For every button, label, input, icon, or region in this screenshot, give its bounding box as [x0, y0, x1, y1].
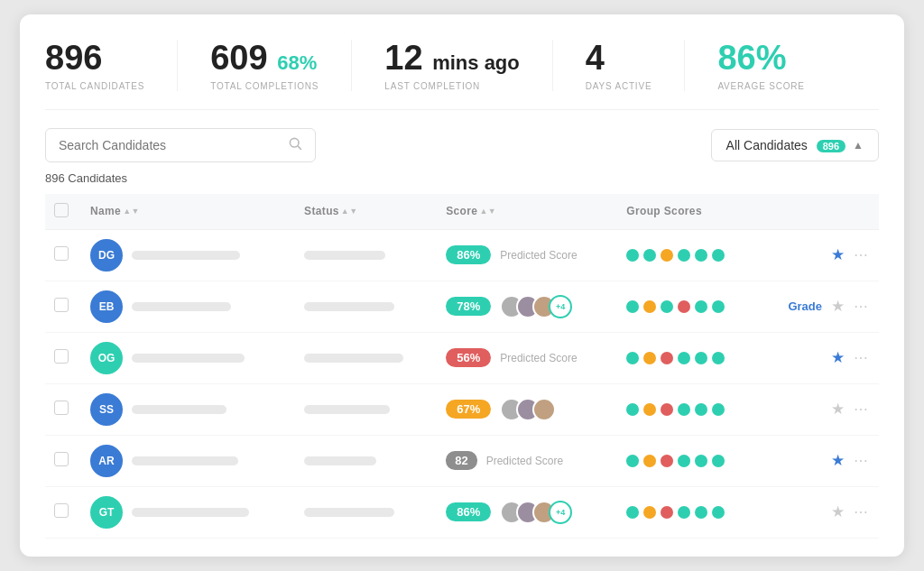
- main-card: 896 TOTAL CANDIDATES 609 68% TOTAL COMPL…: [20, 14, 904, 557]
- name-cell: GT: [90, 496, 286, 529]
- score-dot: [661, 249, 673, 262]
- avatar: AR: [90, 445, 123, 477]
- score-cell: 86%Predicted Score: [446, 245, 608, 264]
- group-score-dots: [626, 455, 749, 467]
- row-checkbox[interactable]: [54, 452, 69, 466]
- score-dot: [643, 506, 656, 519]
- score-badge: 86%: [446, 502, 491, 521]
- score-dot: [695, 455, 707, 467]
- row-checkbox[interactable]: [54, 246, 69, 261]
- score-dot: [643, 249, 656, 262]
- score-dot: [626, 403, 639, 416]
- more-options-icon[interactable]: ⋯: [854, 246, 870, 263]
- more-options-icon[interactable]: ⋯: [854, 452, 870, 469]
- avatar-group: +4: [500, 501, 572, 524]
- actions-cell: ★⋯: [767, 502, 870, 521]
- stat-last-completion: 12 mins ago LAST COMPLETION: [384, 40, 552, 91]
- score-dot: [643, 300, 656, 313]
- score-label: Predicted Score: [500, 249, 577, 262]
- sort-icon-status: ▲▼: [341, 207, 358, 216]
- stat-average-score: 86% AVERAGE SCORE: [717, 40, 836, 91]
- name-bar: [132, 251, 240, 260]
- score-badge: 82: [446, 451, 476, 470]
- star-icon[interactable]: ★: [831, 348, 845, 367]
- name-bar: [132, 508, 249, 517]
- svg-line-1: [298, 146, 301, 150]
- stats-row: 896 TOTAL CANDIDATES 609 68% TOTAL COMPL…: [45, 40, 879, 110]
- grade-link[interactable]: Grade: [788, 299, 822, 313]
- row-checkbox[interactable]: [54, 349, 69, 364]
- chevron-up-icon: ▲: [853, 139, 864, 152]
- score-dot: [712, 403, 725, 416]
- score-dot: [678, 352, 690, 364]
- score-badge: 67%: [446, 400, 491, 419]
- header-score[interactable]: Score ▲▼: [437, 194, 617, 230]
- actions-cell: ★⋯: [767, 245, 870, 264]
- score-badge: 86%: [446, 245, 491, 264]
- score-dot: [626, 352, 639, 364]
- row-checkbox[interactable]: [54, 401, 69, 415]
- avatar: GT: [90, 496, 123, 529]
- filter-dropdown[interactable]: All Candidates 896 ▲: [711, 129, 879, 161]
- group-score-dots: [626, 352, 749, 364]
- name-cell: OG: [90, 342, 286, 374]
- stat-label-total-completions: TOTAL COMPLETIONS: [210, 81, 319, 91]
- group-score-dots: [626, 403, 749, 416]
- search-input[interactable]: [59, 138, 281, 152]
- table-row: GT 86%+4★⋯: [45, 486, 879, 538]
- stat-number-average-score: 86%: [717, 40, 804, 78]
- filter-label: All Candidates 896: [726, 138, 846, 152]
- search-icon: [288, 136, 302, 154]
- star-icon[interactable]: ★: [831, 502, 845, 521]
- header-checkbox-cell: [45, 194, 81, 230]
- name-bar: [132, 354, 245, 363]
- avatar: EB: [90, 290, 123, 323]
- score-dot: [626, 300, 639, 313]
- actions-cell: ★⋯: [767, 400, 870, 419]
- score-label: Predicted Score: [486, 455, 563, 467]
- score-dot: [678, 403, 690, 416]
- status-bar: [304, 508, 394, 517]
- stat-total-candidates: 896 TOTAL CANDIDATES: [45, 40, 178, 91]
- score-dot: [712, 249, 725, 262]
- score-dot: [661, 403, 673, 416]
- search-box[interactable]: [45, 128, 316, 162]
- stat-number-last-completion: 12 mins ago: [384, 40, 519, 78]
- score-badge: 78%: [446, 297, 491, 316]
- score-label: Predicted Score: [500, 352, 577, 364]
- star-icon[interactable]: ★: [831, 451, 845, 470]
- actions-cell: ★⋯: [767, 348, 870, 367]
- more-options-icon[interactable]: ⋯: [854, 401, 870, 418]
- select-all-checkbox[interactable]: [54, 203, 69, 217]
- score-dot: [678, 506, 690, 519]
- score-dot: [678, 249, 690, 262]
- header-name[interactable]: Name ▲▼: [81, 194, 295, 230]
- score-cell: 78%+4: [446, 295, 608, 318]
- table-row: AR 82Predicted Score★⋯: [45, 435, 879, 486]
- avatar-plus: +4: [549, 501, 572, 524]
- star-icon[interactable]: ★: [831, 400, 845, 419]
- candidate-count: 896 Candidates: [45, 171, 879, 185]
- score-dot: [695, 249, 707, 262]
- more-options-icon[interactable]: ⋯: [854, 349, 870, 366]
- score-dot: [643, 352, 656, 364]
- header-status[interactable]: Status ▲▼: [295, 194, 437, 230]
- avatar-group: [500, 398, 556, 421]
- more-options-icon[interactable]: ⋯: [854, 298, 870, 315]
- score-dot: [661, 352, 673, 364]
- status-bar: [304, 405, 390, 414]
- score-dot: [661, 455, 673, 467]
- row-checkbox[interactable]: [54, 503, 69, 518]
- star-icon[interactable]: ★: [831, 297, 845, 316]
- name-cell: DG: [90, 239, 286, 272]
- avatar-plus: +4: [549, 295, 572, 318]
- star-icon[interactable]: ★: [831, 245, 845, 264]
- name-cell: SS: [90, 393, 286, 426]
- score-dot: [626, 506, 639, 519]
- name-bar: [132, 456, 238, 465]
- score-cell: 67%: [446, 398, 608, 421]
- more-options-icon[interactable]: ⋯: [854, 503, 870, 520]
- row-checkbox[interactable]: [54, 298, 69, 312]
- group-score-dots: [626, 506, 749, 519]
- status-bar: [304, 251, 385, 260]
